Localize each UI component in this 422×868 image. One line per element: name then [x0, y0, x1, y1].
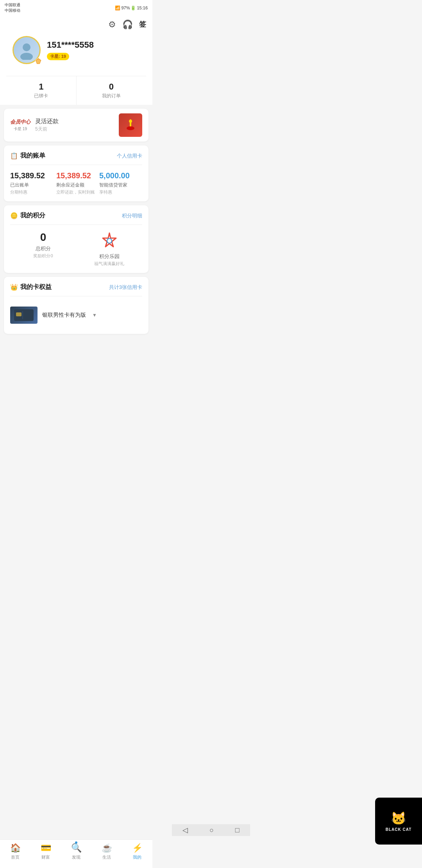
carrier1: 中国联通 [5, 2, 20, 8]
svg-rect-9 [16, 312, 21, 316]
bill-section-title: 📋 我的账单 [10, 152, 45, 160]
benefits-divider [10, 296, 142, 296]
points-park-icon [100, 231, 119, 251]
my-orders-number: 0 [77, 82, 147, 92]
bill-item-3: 5,000.00 智能借贷管家 享特惠 [99, 171, 142, 195]
my-orders-stat[interactable]: 0 我的订单 [77, 76, 147, 105]
battery-icon: 🔋 [131, 5, 136, 11]
bill-sub-3[interactable]: 享特惠 [99, 189, 142, 195]
points-divider [10, 224, 142, 225]
bill-amount-3: 5,000.00 [99, 171, 142, 180]
card-benefits-title-text: 我的卡权益 [20, 283, 52, 291]
svg-point-6 [129, 120, 132, 123]
points-section-header: 🪙 我的积分 积分明细 [10, 212, 142, 220]
vip-center-label: 会员中心 [10, 118, 30, 126]
bound-cards-number: 1 [6, 82, 76, 92]
card-chip-icon [14, 309, 34, 321]
svg-point-7 [107, 239, 112, 243]
total-cards-link[interactable]: 共计3张信用卡 [109, 284, 142, 291]
header-icons: ⚙ 🎧 签 [6, 20, 146, 30]
bill-section-header: 📋 我的账单 个人信用卡 [10, 152, 142, 160]
bill-amount-2: 15,389.52 [56, 171, 99, 180]
banner-decoration-icon [123, 117, 138, 133]
avatar-person-icon [17, 40, 36, 60]
bill-amount-1: 15,389.52 [10, 171, 53, 180]
bill-amounts: 15,389.52 已出账单 分期特惠 15,389.52 剩余应还金额 立即还… [10, 171, 142, 195]
bill-label-3: 智能借贷管家 [99, 182, 142, 188]
avatar-container[interactable] [13, 36, 41, 64]
points-card: 🪙 我的积分 积分明细 0 总积分 奖励积分0 积分乐园 福气满满赢好礼 [4, 205, 148, 273]
svg-point-1 [20, 53, 33, 60]
carrier-info: 中国联通 中国移动 [5, 2, 20, 13]
bill-title-text: 我的账单 [20, 152, 45, 160]
points-detail-link[interactable]: 积分明细 [122, 212, 142, 219]
points-title-text: 我的积分 [20, 212, 45, 220]
kaixin-label: 卡星 19 [14, 126, 27, 132]
bill-sub-2[interactable]: 立即还款，实时到账 [56, 189, 99, 195]
header: ⚙ 🎧 签 151****5558 卡星: 19 1 已绑卡 [0, 16, 152, 105]
bound-cards-stat[interactable]: 1 已绑卡 [6, 76, 77, 105]
points-park-item[interactable]: 积分乐园 福气满满赢好礼 [76, 231, 142, 267]
stats-row: 1 已绑卡 0 我的订单 [6, 76, 146, 105]
status-bar: 中国联通 中国移动 📶 97% 🔋 15:16 [0, 0, 152, 16]
points-park-label: 积分乐园 [76, 253, 142, 260]
card-benefits-header: 👑 我的卡权益 共计3张信用卡 [10, 283, 142, 291]
card-star-badge: 卡星: 19 [47, 53, 69, 60]
bill-divider [10, 165, 142, 165]
svg-point-5 [127, 126, 134, 130]
status-icons: 📶 97% 🔋 15:16 [115, 5, 148, 11]
bill-card: 📋 我的账单 个人信用卡 15,389.52 已出账单 分期特惠 15,389.… [4, 145, 148, 201]
profile-info: 151****5558 卡星: 19 [47, 40, 140, 60]
settings-icon[interactable]: ⚙ [108, 20, 116, 30]
total-points-number: 0 [10, 231, 76, 244]
bottom-spacer [0, 338, 152, 385]
points-park-sub: 福气满满赢好礼 [76, 261, 142, 267]
bill-sub-1[interactable]: 分期特惠 [10, 189, 53, 195]
bill-label-2: 剩余应还金额 [56, 182, 99, 188]
card-benefits-card: 👑 我的卡权益 共计3张信用卡 银联男性卡有为版 ▼ [4, 277, 148, 334]
battery-text: 97% [121, 5, 130, 10]
svg-point-0 [23, 43, 30, 51]
bill-label-1: 已出账单 [10, 182, 53, 188]
profile-phone: 151****5558 [47, 40, 140, 50]
signin-button[interactable]: 签 [139, 20, 146, 30]
time: 15:16 [137, 5, 148, 10]
dropdown-icon[interactable]: ▼ [92, 312, 97, 318]
carrier2: 中国移动 [5, 8, 20, 13]
signal-icon: 📶 [115, 5, 120, 11]
diamond-badge-icon [34, 57, 42, 65]
banner-image [119, 113, 142, 137]
bill-icon: 📋 [10, 152, 18, 160]
card-benefits-title: 👑 我的卡权益 [10, 283, 52, 291]
personal-credit-card-link[interactable]: 个人信用卡 [117, 152, 142, 160]
headset-icon[interactable]: 🎧 [122, 20, 133, 30]
banner-time: 5天前 [35, 126, 114, 133]
points-section-title: 🪙 我的积分 [10, 212, 45, 220]
points-content: 0 总积分 奖励积分0 积分乐园 福气满满赢好礼 [10, 231, 142, 267]
banner-content: 灵活还款 5天前 [35, 118, 114, 133]
notification-banner[interactable]: 会员中心 卡星 19 灵活还款 5天前 [4, 109, 148, 142]
points-icon: 🪙 [10, 212, 18, 219]
card-name-text: 银联男性卡有为版 [42, 312, 86, 319]
card-list-item[interactable]: 银联男性卡有为版 ▼ [10, 303, 142, 328]
card-thumbnail [10, 307, 38, 324]
bound-cards-label: 已绑卡 [6, 93, 76, 99]
banner-left: 会员中心 卡星 19 [10, 118, 30, 132]
bill-item-1: 15,389.52 已出账单 分期特惠 [10, 171, 56, 195]
total-points-item: 0 总积分 奖励积分0 [10, 231, 76, 259]
profile-section: 151****5558 卡星: 19 [6, 36, 146, 72]
banner-title: 灵活还款 [35, 118, 114, 125]
my-orders-label: 我的订单 [77, 93, 147, 99]
crown-icon: 👑 [10, 283, 18, 291]
bill-item-2: 15,389.52 剩余应还金额 立即还款，实时到账 [56, 171, 99, 195]
total-points-label: 总积分 [10, 245, 76, 252]
total-points-sub: 奖励积分0 [10, 253, 76, 259]
